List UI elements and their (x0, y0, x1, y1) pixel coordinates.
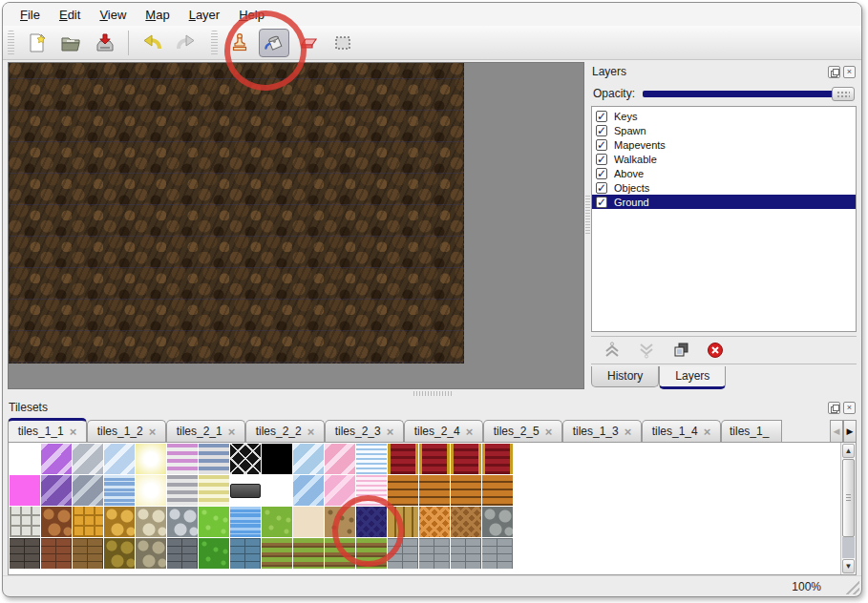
toolbar-grip-2[interactable] (211, 31, 218, 55)
opacity-slider-handle[interactable] (832, 87, 855, 101)
tile-lattice[interactable] (230, 444, 261, 474)
horizontal-splitter-grip[interactable] (413, 391, 452, 396)
tab-close-icon[interactable]: × (704, 426, 711, 438)
tile-water-stripes[interactable] (104, 475, 135, 506)
vertical-splitter-grip[interactable] (585, 196, 590, 234)
tileset-tab-tiles_1_4[interactable]: tiles_1_4× (642, 420, 721, 442)
tile-cobblestone-brown[interactable] (41, 507, 72, 537)
select-tool-button[interactable] (328, 29, 358, 57)
tile-stripes-thin-blue[interactable] (356, 444, 387, 474)
tile-sand[interactable] (293, 507, 324, 537)
new-file-button[interactable] (21, 29, 52, 57)
tile-glass-pink-solid[interactable] (325, 475, 355, 506)
scroll-up-button[interactable]: ▲ (842, 444, 855, 458)
tile-navy-dark-circled[interactable] (356, 507, 387, 537)
layer-row-spawn[interactable]: ✓Spawn (592, 123, 856, 137)
tile-stripes-yellow[interactable] (199, 475, 229, 506)
tileset-tab-tiles_2_5[interactable]: tiles_2_5× (483, 420, 562, 442)
layers-float-button[interactable] (828, 66, 840, 78)
tab-close-icon[interactable]: × (307, 426, 315, 438)
undo-button[interactable] (137, 29, 167, 57)
save-button[interactable] (90, 29, 120, 57)
eraser-tool-button[interactable] (293, 29, 324, 57)
lower-layer-button[interactable] (637, 341, 656, 360)
tile-glass-darkgray[interactable] (73, 475, 103, 506)
tile-empty[interactable] (262, 475, 292, 506)
tile-planks-orange[interactable] (388, 475, 418, 506)
menu-view[interactable]: View (90, 5, 136, 25)
tile-brick-lightgray[interactable] (451, 538, 481, 569)
map-canvas[interactable] (9, 63, 464, 364)
scroll-down-button[interactable]: ▼ (842, 559, 855, 573)
layer-row-ground[interactable]: ✓Ground (592, 195, 856, 209)
tile-brick-lightgray[interactable] (482, 538, 513, 569)
tile-magenta[interactable] (10, 475, 40, 506)
tile-grass-bright[interactable] (199, 507, 229, 537)
menu-layer[interactable]: Layer (180, 5, 230, 25)
tile-grass-dark[interactable] (262, 507, 292, 537)
tileset-tab-tiles_1_3[interactable]: tiles_1_3× (562, 420, 642, 442)
tile-light-glow[interactable] (136, 444, 166, 474)
tile-stone-beige[interactable] (136, 538, 166, 569)
scroll-tabs-right-button[interactable]: ▶ (843, 420, 857, 442)
layer-visibility-checkbox[interactable]: ✓ (596, 125, 607, 136)
tile-stones-gold[interactable] (104, 507, 135, 537)
tile-metal-plate[interactable] (230, 475, 261, 506)
tab-close-icon[interactable]: × (70, 426, 77, 438)
opacity-slider-track[interactable] (643, 91, 853, 97)
tileset-tab-tiles_2_2[interactable]: tiles_2_2× (245, 420, 325, 442)
tile-herringbone-wood[interactable] (451, 507, 481, 537)
tile-basket-weave[interactable] (419, 507, 450, 537)
tileset-tab-tiles_1[interactable]: tiles_1_ (721, 420, 782, 442)
tile-glass-gray[interactable] (73, 444, 103, 474)
tile-glass-darkpurple[interactable] (41, 475, 72, 506)
tile-stone-blocks-white[interactable] (10, 507, 40, 537)
tab-history[interactable]: History (591, 366, 659, 387)
redo-button[interactable] (171, 29, 201, 57)
tile-stripes-pink[interactable] (167, 444, 198, 474)
tile-brick-lightgray[interactable] (388, 538, 418, 569)
tile-glass-purple[interactable] (41, 444, 72, 474)
tile-pale-yellow[interactable] (136, 475, 166, 506)
tile-black[interactable] (262, 444, 292, 474)
tile-hedge-green[interactable] (199, 538, 229, 569)
tile-planks-orange[interactable] (482, 475, 513, 506)
layer-visibility-checkbox[interactable]: ✓ (596, 154, 607, 165)
layers-close-button[interactable]: × (843, 66, 856, 78)
tile-curtain-red[interactable] (482, 444, 513, 474)
tile-brick-darkgray[interactable] (10, 538, 40, 569)
tile-farm-rows[interactable] (356, 538, 387, 569)
stamp-tool-button[interactable] (224, 29, 255, 57)
horizontal-splitter[interactable] (3, 389, 861, 398)
tile-stripes-blue[interactable] (199, 444, 229, 474)
tile-planks-orange[interactable] (451, 475, 481, 506)
delete-layer-button[interactable] (706, 341, 725, 360)
tile-glass-blue-solid[interactable] (293, 475, 324, 506)
menu-file[interactable]: File (11, 5, 50, 25)
scroll-tabs-left-button[interactable]: ◀ (830, 420, 843, 442)
tile-pebbles-beige[interactable] (136, 507, 166, 537)
raise-layer-button[interactable] (603, 341, 622, 360)
menu-map[interactable]: Map (136, 5, 179, 25)
toolbar-grip[interactable] (8, 31, 14, 55)
layer-visibility-checkbox[interactable]: ✓ (596, 111, 607, 122)
tile-stone-gold[interactable] (104, 538, 135, 569)
tab-close-icon[interactable]: × (625, 426, 632, 438)
tab-layers[interactable]: Layers (659, 366, 726, 389)
layer-visibility-checkbox[interactable]: ✓ (596, 197, 607, 208)
tile-glass-blue[interactable] (104, 444, 135, 474)
tile-brick-tan[interactable] (73, 538, 103, 569)
tile-farm-rows[interactable] (293, 538, 324, 569)
tile-dirt-speckled[interactable] (325, 507, 355, 537)
tileset-tab-tiles_2_3[interactable]: tiles_2_3× (325, 420, 404, 442)
tile-planks-vertical[interactable] (388, 507, 418, 537)
tab-close-icon[interactable]: × (466, 426, 474, 438)
layer-visibility-checkbox[interactable]: ✓ (596, 139, 607, 151)
menu-edit[interactable]: Edit (50, 5, 90, 25)
tile-water-blue[interactable] (230, 507, 261, 537)
tile-logs-gray[interactable] (482, 507, 513, 537)
tile-planks-orange[interactable] (419, 475, 450, 506)
tile-farm-rows[interactable] (325, 538, 355, 569)
fill-tool-button[interactable] (259, 29, 289, 57)
tile-farm-rows[interactable] (262, 538, 292, 569)
